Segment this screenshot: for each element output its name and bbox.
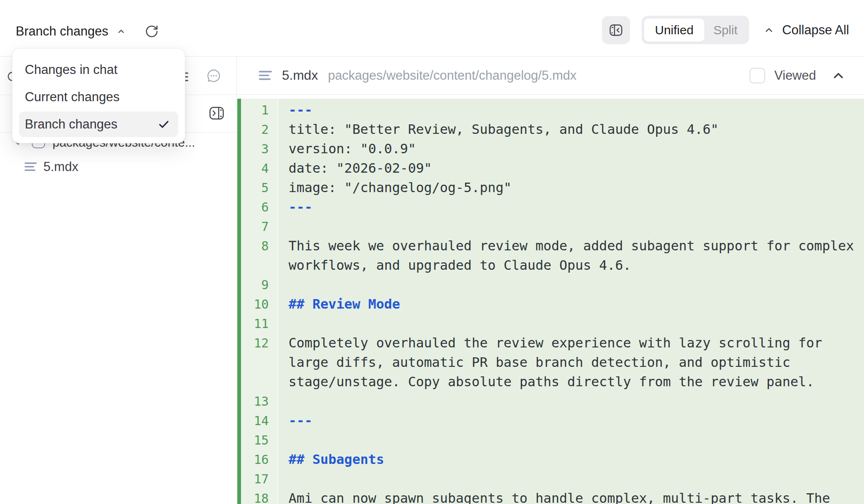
diff-line-number: 2 (237, 120, 277, 139)
diff-line-text: large diffs, automatic PR base branch de… (277, 353, 790, 372)
diff-line-text (277, 430, 289, 450)
diff-row: 15 (237, 430, 864, 450)
diff-line-text: title: "Better Review, Subagents, and Cl… (277, 120, 718, 139)
diff-line-number: 4 (237, 159, 277, 178)
diff-scroll-area[interactable]: 1 --- 2 title: "Better Review, Subagents… (237, 95, 864, 504)
diff-line-number (237, 372, 277, 392)
diff-line-text: date: "2026-02-09" (277, 159, 432, 178)
diff-row: 13 (237, 392, 864, 411)
diff-line-text: This week we overhauled review mode, add… (277, 236, 854, 256)
diff-line-number: 17 (237, 469, 277, 489)
viewed-checkbox[interactable] (749, 68, 765, 83)
diff-row: 6 --- (237, 197, 864, 217)
view-selector-menu-item[interactable]: Branch changes (19, 112, 178, 137)
diff-row: 4 date: "2026-02-09" (237, 159, 864, 178)
diff-row: 9 (237, 275, 864, 295)
refresh-icon[interactable] (145, 24, 159, 38)
diff-row: large diffs, automatic PR base branch de… (237, 353, 864, 372)
tree-file-item[interactable]: 5.mdx (0, 157, 237, 177)
diff-line-number: 7 (237, 217, 277, 236)
chevron-up-icon (763, 24, 775, 36)
tree-file-label: 5.mdx (43, 157, 78, 177)
open-terminal-panel-icon[interactable] (208, 105, 225, 121)
diff-line-text: image: "/changelog/og-5.png" (277, 178, 511, 197)
view-mode-unified[interactable]: Unified (644, 19, 704, 42)
diff-line-number (237, 256, 277, 275)
diff-line-number: 15 (237, 430, 277, 450)
diff-panel: 5.mdx packages/website/content/changelog… (237, 56, 864, 504)
diff-line-number (237, 353, 277, 372)
diff-line-text: --- (277, 197, 313, 217)
diff-line-text (277, 469, 289, 489)
view-selector-menu-item[interactable]: Current changes (19, 84, 178, 110)
viewed-label: Viewed (774, 68, 816, 83)
diff-line-number: 14 (237, 411, 277, 430)
toggle-review-panel-button[interactable] (602, 16, 630, 44)
diff-line-number: 12 (237, 333, 277, 353)
app-header: Branch changes Unified Split (0, 0, 864, 56)
diff-line-text: ## Subagents (277, 450, 384, 469)
diff-row: 5 image: "/changelog/og-5.png" (237, 178, 864, 197)
diff-line-text (277, 275, 289, 295)
file-header[interactable]: 5.mdx packages/website/content/changelog… (237, 57, 864, 95)
added-hunk: 1 --- 2 title: "Better Review, Subagents… (237, 99, 864, 504)
diff-row: 2 title: "Better Review, Subagents, and … (237, 120, 864, 139)
diff-row: 10 ## Review Mode (237, 295, 864, 314)
view-selector-menu-item[interactable]: Changes in chat (19, 57, 178, 83)
modified-file-icon (24, 161, 37, 173)
diff-line-number: 8 (237, 236, 277, 256)
diff-line-text: --- (277, 100, 313, 120)
collapse-file-icon[interactable] (831, 68, 846, 83)
diff-line-number: 3 (237, 139, 277, 159)
diff-row: workflows, and upgraded to Claude Opus 4… (237, 256, 864, 275)
diff-line-number: 13 (237, 392, 277, 411)
diff-line-text (277, 392, 289, 411)
diff-line-text: --- (277, 411, 313, 430)
collapse-all-label: Collapse All (782, 22, 849, 38)
diff-line-number: 11 (237, 314, 277, 333)
chevron-up-icon (116, 26, 126, 37)
diff-row: 12 Completely overhauled the review expe… (237, 333, 864, 353)
view-selector-trigger[interactable]: Branch changes (16, 23, 126, 40)
diff-rows: 1 --- 2 title: "Better Review, Subagents… (237, 100, 864, 504)
diff-line-text: Ami can now spawn subagents to handle co… (277, 489, 830, 504)
panel-toggle-icon (609, 23, 623, 38)
diff-row: 16 ## Subagents (237, 450, 864, 469)
diff-row: 17 (237, 469, 864, 489)
checkmark-icon (158, 118, 170, 131)
diff-line-text: stage/unstage. Copy absolute paths direc… (277, 372, 814, 392)
diff-line-text (277, 314, 289, 333)
view-selector-label: Branch changes (16, 23, 108, 40)
diff-view-mode-switch: Unified Split (642, 16, 749, 44)
menu-item-label: Current changes (25, 90, 170, 105)
diff-row: 3 version: "0.0.9" (237, 139, 864, 159)
diff-line-text (277, 217, 289, 236)
viewed-toggle[interactable]: Viewed (749, 68, 816, 83)
diff-line-text: version: "0.0.9" (277, 139, 416, 159)
diff-line-text: workflows, and upgraded to Claude Opus 4… (277, 256, 631, 275)
diff-row: 1 --- (237, 100, 864, 120)
diff-row: 7 (237, 217, 864, 236)
diff-line-text: Completely overhauled the review experie… (277, 333, 822, 353)
diff-row: stage/unstage. Copy absolute paths direc… (237, 372, 864, 392)
diff-line-number: 18 (237, 489, 277, 504)
diff-row: 8 This week we overhauled review mode, a… (237, 236, 864, 256)
diff-row: 18 Ami can now spawn subagents to handle… (237, 489, 864, 504)
diff-line-number: 10 (237, 295, 277, 314)
comments-toggle-icon[interactable] (206, 68, 222, 84)
diff-line-number: 6 (237, 197, 277, 217)
modified-file-icon (258, 69, 273, 82)
diff-line-text: ## Review Mode (277, 295, 400, 314)
menu-item-label: Changes in chat (25, 62, 170, 77)
view-mode-split[interactable]: Split (704, 19, 747, 42)
diff-line-number: 9 (237, 275, 277, 295)
collapse-all-button[interactable]: Collapse All (763, 22, 849, 38)
menu-item-label: Branch changes (25, 117, 158, 132)
file-name: 5.mdx (282, 68, 318, 83)
diff-row: 11 (237, 314, 864, 333)
diff-row: 14 --- (237, 411, 864, 430)
diff-line-number: 5 (237, 178, 277, 197)
file-path: packages/website/content/changelog/5.mdx (328, 68, 749, 83)
diff-line-number: 1 (237, 100, 277, 120)
view-selector-menu: Changes in chat Current changes Branch c… (12, 48, 185, 143)
